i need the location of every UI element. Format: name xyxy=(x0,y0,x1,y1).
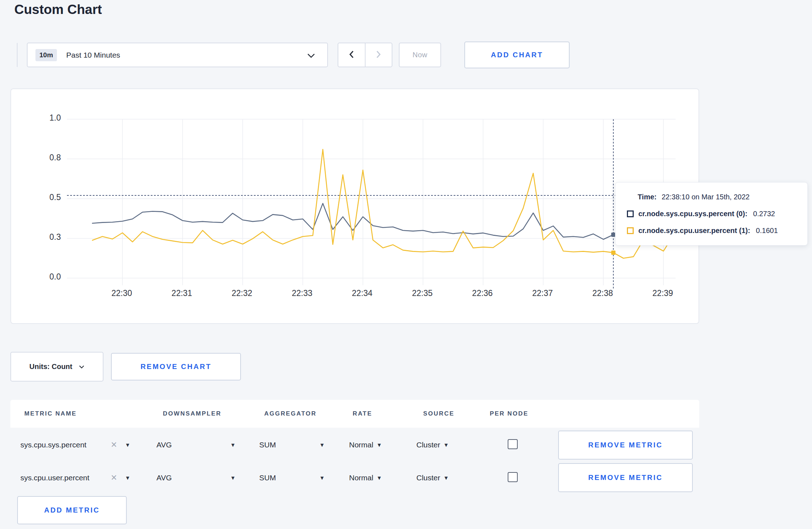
add-chart-button[interactable]: ADD CHART xyxy=(464,42,570,68)
tooltip-series-label: cr.node.sys.cpu.sys.percent (0): xyxy=(638,210,748,218)
col-header-aggregator: AGGREGATOR xyxy=(264,410,316,417)
x-tick-label: 22:38 xyxy=(583,288,622,298)
source-value: Cluster xyxy=(416,472,440,483)
caret-down-icon: ▾ xyxy=(378,440,381,450)
downsampler-value: AVG xyxy=(156,472,172,483)
tooltip-time-row: Time: 22:38:10 on Mar 15th, 2022 xyxy=(615,189,807,205)
remove-chart-button[interactable]: REMOVE CHART xyxy=(111,353,241,380)
page-title: Custom Chart xyxy=(14,2,102,17)
x-tick-label: 22:36 xyxy=(463,288,502,298)
y-tick-label: 0.0 xyxy=(25,272,61,282)
rate-value: Normal xyxy=(349,440,373,450)
cpu-line-chart[interactable] xyxy=(11,89,699,323)
caret-down-icon: ▾ xyxy=(320,440,324,450)
rate-dropdown[interactable]: Normal ▾ xyxy=(349,472,381,483)
x-tick-label: 22:37 xyxy=(523,288,562,298)
metric-name[interactable]: sys.cpu.user.percent xyxy=(20,472,90,483)
x-tick-label: 22:31 xyxy=(162,288,202,298)
y-tick-label: 0.5 xyxy=(25,193,61,202)
custom-chart-page: Custom Chart 10m Past 10 Minutes Now ADD… xyxy=(0,0,812,529)
col-header-per-node: PER NODE xyxy=(490,410,528,417)
aggregator-value: SUM xyxy=(259,472,276,483)
time-range-label: Past 10 Minutes xyxy=(66,51,120,59)
per-node-checkbox[interactable] xyxy=(508,439,518,449)
remove-metric-x-icon[interactable]: ✕ xyxy=(111,440,117,450)
remove-metric-button[interactable]: REMOVE METRIC xyxy=(558,431,693,460)
chevron-down-icon xyxy=(307,53,315,60)
y-tick-label: 0.8 xyxy=(25,153,61,162)
y-tick-label: 0.3 xyxy=(25,232,61,242)
tooltip-series-value: 0.1601 xyxy=(756,227,778,235)
rate-value: Normal xyxy=(349,472,373,483)
remove-metric-button[interactable]: REMOVE METRIC xyxy=(558,463,693,492)
y-tick-label: 1.0 xyxy=(25,113,61,123)
time-range-selector[interactable]: 10m Past 10 Minutes xyxy=(27,43,328,67)
caret-down-icon: ▾ xyxy=(445,440,448,450)
col-header-source: SOURCE xyxy=(423,410,454,417)
now-button[interactable]: Now xyxy=(399,43,441,67)
tooltip-time-label: Time: xyxy=(638,193,657,201)
next-range-button[interactable] xyxy=(365,43,392,67)
downsampler-dropdown[interactable]: AVG ▾ xyxy=(156,472,235,483)
aggregator-dropdown[interactable]: SUM ▾ xyxy=(259,472,324,483)
aggregator-dropdown[interactable]: SUM ▾ xyxy=(259,440,324,450)
x-tick-label: 22:34 xyxy=(343,288,382,298)
add-metric-button[interactable]: ADD METRIC xyxy=(17,496,127,524)
x-tick-label: 22:30 xyxy=(102,288,141,298)
remove-metric-x-icon[interactable]: ✕ xyxy=(111,472,117,483)
caret-down-icon: ▾ xyxy=(445,472,448,483)
units-dropdown[interactable]: Units: Count xyxy=(10,352,103,382)
sys-series-swatch-icon xyxy=(627,210,634,217)
caret-down-icon: ▾ xyxy=(231,472,235,483)
time-nav-group xyxy=(338,43,392,67)
units-label: Units: Count xyxy=(29,363,72,371)
x-tick-label: 22:32 xyxy=(222,288,262,298)
x-tick-label: 22:39 xyxy=(643,288,682,298)
source-dropdown[interactable]: Cluster ▾ xyxy=(416,440,448,450)
tooltip-series-value: 0.2732 xyxy=(753,210,775,218)
aggregator-value: SUM xyxy=(259,440,276,450)
per-node-checkbox[interactable] xyxy=(508,472,518,482)
user-series-swatch-icon xyxy=(627,227,634,234)
caret-down-icon: ▾ xyxy=(378,472,381,483)
col-header-downsampler: DOWNSAMPLER xyxy=(163,410,221,417)
toolbar-divider xyxy=(17,43,18,67)
time-range-badge: 10m xyxy=(35,49,57,61)
tooltip-time-value: 22:38:10 on Mar 15th, 2022 xyxy=(662,193,750,201)
chevron-left-icon xyxy=(348,50,355,60)
prev-range-button[interactable] xyxy=(338,43,365,67)
downsampler-dropdown[interactable]: AVG ▾ xyxy=(156,440,235,450)
source-dropdown[interactable]: Cluster ▾ xyxy=(416,472,448,483)
x-tick-label: 22:33 xyxy=(282,288,322,298)
tooltip-series-label: cr.node.sys.cpu.user.percent (1): xyxy=(638,227,750,235)
downsampler-value: AVG xyxy=(156,440,172,450)
chevron-down-icon xyxy=(79,363,84,371)
tooltip-series-row: cr.node.sys.cpu.user.percent (1): 0.1601 xyxy=(615,222,807,239)
x-tick-label: 22:35 xyxy=(403,288,442,298)
tooltip-series-row: cr.node.sys.cpu.sys.percent (0): 0.2732 xyxy=(615,205,807,222)
caret-down-icon: ▾ xyxy=(231,440,235,450)
source-value: Cluster xyxy=(416,440,440,450)
metric-name[interactable]: sys.cpu.sys.percent xyxy=(20,440,86,450)
rate-dropdown[interactable]: Normal ▾ xyxy=(349,440,381,450)
chevron-right-icon xyxy=(375,50,382,60)
col-header-metric-name: METRIC NAME xyxy=(24,410,77,417)
caret-down-icon[interactable]: ▾ xyxy=(126,472,129,483)
col-header-rate: RATE xyxy=(353,410,372,417)
caret-down-icon: ▾ xyxy=(320,472,324,483)
caret-down-icon[interactable]: ▾ xyxy=(126,440,129,450)
chart-tooltip: Time: 22:38:10 on Mar 15th, 2022 cr.node… xyxy=(615,182,808,246)
